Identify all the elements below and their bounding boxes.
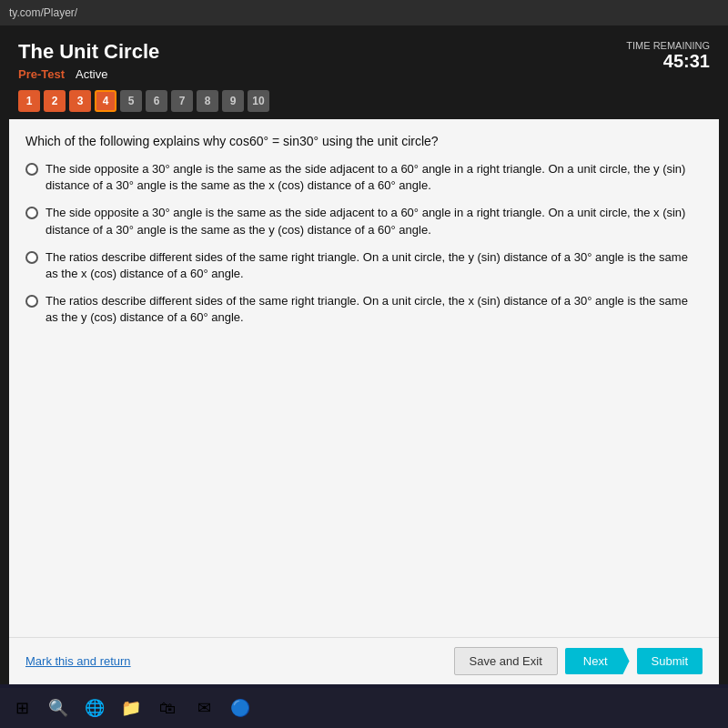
page-title: The Unit Circle [18, 40, 626, 64]
taskbar: ⊞ 🔍 🌐 📁 🛍 ✉ 🔵 [0, 688, 728, 728]
save-exit-button[interactable]: Save and Exit [454, 647, 558, 675]
option-a[interactable]: The side opposite a 30° angle is the sam… [25, 161, 703, 194]
question-nav: 1 2 3 4 5 6 7 8 9 10 [18, 90, 626, 112]
search-icon[interactable]: 🔍 [46, 695, 71, 721]
mail-icon[interactable]: ✉ [191, 695, 217, 721]
edge-icon[interactable]: 🌐 [82, 695, 107, 721]
question-area: Which of the following explains why cos6… [9, 119, 719, 637]
mark-return-link[interactable]: Mark this and return [25, 654, 131, 668]
option-c-text: The ratios describe different sides of t… [46, 249, 703, 282]
q-num-6[interactable]: 6 [146, 90, 167, 112]
timer-label: TIME REMAINING [626, 40, 710, 51]
q-num-10[interactable]: 10 [248, 90, 269, 112]
q-num-1[interactable]: 1 [18, 90, 40, 112]
windows-icon[interactable]: ⊞ [9, 695, 35, 721]
q-num-3[interactable]: 3 [69, 90, 91, 112]
q-num-8[interactable]: 8 [197, 90, 218, 112]
option-c[interactable]: The ratios describe different sides of t… [25, 249, 703, 282]
q-num-2[interactable]: 2 [44, 90, 66, 112]
option-b-text: The side opposite a 30° angle is the sam… [46, 205, 703, 238]
q-num-7[interactable]: 7 [171, 90, 193, 112]
radio-c[interactable] [25, 251, 38, 264]
submit-button[interactable]: Submit [637, 648, 703, 674]
radio-b[interactable] [25, 207, 38, 219]
question-text: Which of the following explains why cos6… [25, 134, 703, 148]
pretest-label: Pre-Test [18, 67, 65, 81]
q-num-9[interactable]: 9 [222, 90, 244, 112]
q-num-4[interactable]: 4 [95, 90, 116, 112]
chrome-icon[interactable]: 🔵 [228, 695, 253, 721]
bottom-bar: Mark this and return Save and Exit Next … [9, 637, 719, 684]
option-d[interactable]: The ratios describe different sides of t… [25, 293, 703, 326]
timer-value: 45:31 [663, 51, 710, 72]
active-label: Active [76, 67, 107, 81]
radio-d[interactable] [25, 295, 38, 308]
option-d-text: The ratios describe different sides of t… [46, 293, 703, 326]
action-buttons: Save and Exit Next Submit [454, 647, 703, 675]
option-b[interactable]: The side opposite a 30° angle is the sam… [25, 205, 703, 238]
main-screen: The Unit Circle Pre-Test Active 1 2 3 4 … [0, 25, 728, 684]
browser-url: ty.com/Player/ [9, 6, 77, 19]
header: The Unit Circle Pre-Test Active 1 2 3 4 … [0, 25, 728, 119]
explorer-icon[interactable]: 📁 [118, 695, 144, 721]
radio-a[interactable] [25, 163, 38, 176]
store-icon[interactable]: 🛍 [155, 695, 180, 721]
options-list: The side opposite a 30° angle is the sam… [25, 161, 703, 327]
next-button[interactable]: Next [565, 648, 630, 674]
option-a-text: The side opposite a 30° angle is the sam… [46, 161, 703, 194]
browser-bar: ty.com/Player/ [0, 0, 728, 25]
q-num-5[interactable]: 5 [120, 90, 142, 112]
